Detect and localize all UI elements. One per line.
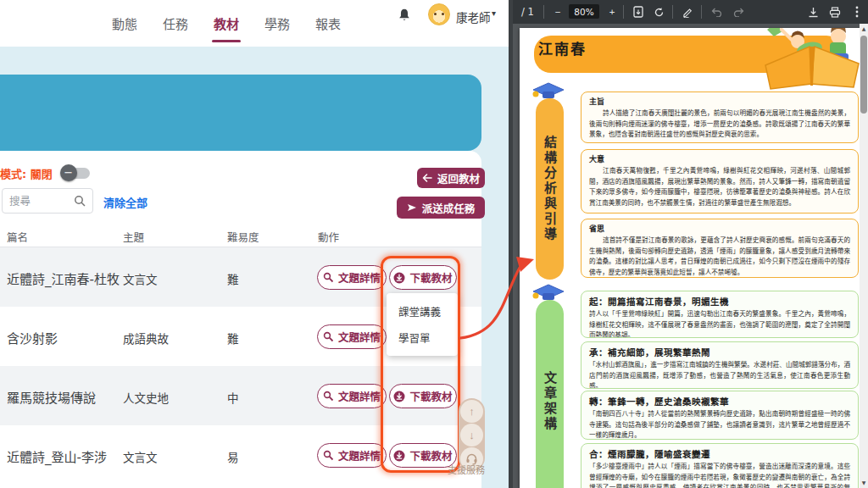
chevron-down-icon[interactable]: ▾ — [492, 8, 496, 18]
box-body: 江南春天萬物復甦，千里之內黃鶯啼鳴，綠樹與紅花交相輝映，河邊村落、山間城郭間，酒… — [589, 166, 850, 208]
download-icon — [393, 272, 405, 284]
sidebar-structure-analysis: 結構分析與引導 — [536, 98, 564, 280]
download-pdf-button[interactable] — [806, 0, 820, 24]
scroll-up-button[interactable]: ↑ — [460, 400, 483, 423]
box-body: 詩人以「千里鶯啼綠映紅」開篇，迅速勾勒出江南春天的繁盛景象。千里之內，黃鶯啼鳴，… — [589, 309, 850, 338]
scrollbar[interactable]: ▲ ▼ — [860, 24, 868, 488]
active-tab-underline — [212, 40, 241, 42]
avatar[interactable] — [428, 3, 450, 25]
row-title: 近體詩_登山-李涉 — [7, 447, 107, 465]
box-main-idea: 主旨 詩人描繪了江南春天廣闊壯麗的景色，前兩句以明媚的春光展現江南生機盎然的美景… — [581, 92, 859, 143]
box-body: 「南朝四百八十寺」詩人從當前的熱鬧繁景轉向歷史遺跡，點出南朝時期曾經盛極一時的佛… — [589, 409, 850, 440]
scroll-down-button[interactable]: ↓ — [460, 424, 483, 446]
tab-dynamics[interactable]: 動態 — [110, 11, 139, 36]
sidebar-article-structure: 文章架構 — [536, 300, 564, 488]
row-difficulty: 難 — [227, 330, 239, 347]
user-name[interactable]: 康老師 — [456, 8, 491, 25]
row-topic: 人文史地 — [123, 389, 169, 406]
mode-toggle[interactable]: − — [63, 168, 90, 179]
pdf-toolbar: / 1 − 80% + — [513, 0, 868, 24]
row-topic: 文言文 — [123, 448, 158, 465]
menu-item-lecture-notes[interactable]: 課堂講義 — [387, 298, 458, 324]
clear-all-link[interactable]: 清除全部 — [103, 194, 147, 210]
row-topic: 文言文 — [123, 270, 158, 287]
support-label: 支援服務 — [448, 463, 485, 476]
scrollbar-thumb[interactable] — [860, 36, 867, 114]
table-row: 近體詩_登山-李涉 文言文 易 文題詳情 下載教材 — [0, 425, 481, 485]
download-icon — [393, 391, 405, 402]
row-difficulty: 難 — [227, 270, 239, 287]
toggle-knob-icon: − — [60, 164, 77, 181]
tab-reports[interactable]: 報表 — [314, 11, 342, 36]
pdf-page: 江南春 結構分析與引導 — [520, 28, 864, 488]
menu-item-worksheet[interactable]: 學習單 — [387, 324, 458, 351]
screen: 動態 任務 教材 學務 報表 康老師 ▾ 模式: 關閉 − 清除全部 返回教材 — [0, 0, 868, 488]
box-body: 這首詩不僅是對江南春景的歌詠，更蘊含了詩人對歷史興衰的感慨。前兩句充滿春天的生機… — [589, 236, 850, 278]
box-zhuan-turn: 轉：筆鋒一轉，歷史滄桑映襯繁華 「南朝四百八十寺」詩人從當前的熱鬧繁景轉向歷史遺… — [581, 391, 859, 440]
dispatch-as-task-button[interactable]: 派送成任務 — [397, 197, 485, 219]
page-indicator: / 1 — [521, 0, 534, 24]
teal-banner — [0, 75, 481, 151]
rotate-button[interactable] — [652, 0, 665, 24]
download-material-button[interactable]: 下載教材 — [389, 443, 457, 468]
reading-kids-illustration — [759, 28, 864, 94]
download-material-button[interactable]: 下載教材 — [389, 265, 457, 290]
table-row: 羅馬競技場傳說 人文史地 中 文題詳情 下載教材 — [0, 366, 481, 425]
box-body: 「水村山郭酒旗風」，進一步描寫江南城鎮的生機與繁榮。水邊村莊、山間城郭錯落分布，… — [589, 360, 850, 389]
row-difficulty: 中 — [227, 389, 239, 406]
tab-student-affairs[interactable]: 學務 — [263, 11, 292, 36]
download-material-button[interactable]: 下載教材 — [389, 384, 457, 408]
col-title: 篇名 — [7, 229, 28, 245]
tab-tasks[interactable]: 任務 — [161, 11, 190, 36]
zoom-level[interactable]: 80% — [569, 4, 599, 19]
col-difficulty: 難易度 — [227, 229, 259, 245]
box-body: 「多少樓臺煙雨中」詩人以「煙雨」描寫當下的佛寺樓臺，營造出迷離而深遠的意境。這些… — [589, 462, 850, 488]
back-arrow-icon — [422, 174, 432, 182]
top-nav: 動態 任務 教材 學務 報表 康老師 ▾ — [0, 0, 509, 47]
row-difficulty: 易 — [227, 448, 239, 465]
search-input[interactable] — [9, 195, 77, 208]
fit-page-button[interactable] — [632, 0, 645, 24]
box-heading: 起：開篇描寫江南春景，明媚生機 — [589, 295, 850, 308]
magnifier-icon — [323, 272, 334, 283]
details-button[interactable]: 文題詳情 — [317, 384, 387, 408]
magnifier-icon — [323, 450, 334, 461]
send-icon — [407, 203, 417, 212]
row-title: 近體詩_江南春-杜牧 — [7, 269, 120, 287]
lms-panel: 動態 任務 教材 學務 報表 康老師 ▾ 模式: 關閉 − 清除全部 返回教材 — [0, 0, 509, 488]
document-title: 江南春 — [538, 37, 587, 58]
scrollbar-up-icon[interactable]: ▲ — [860, 24, 868, 34]
box-cheng-development: 承：補充細節，展現繁華熱鬧 「水村山郭酒旗風」，進一步描寫江南城鎮的生機與繁榮。… — [581, 341, 859, 389]
more-options-icon[interactable] — [852, 0, 862, 24]
print-button[interactable] — [828, 0, 842, 24]
search-box — [2, 188, 93, 214]
redo-button[interactable] — [732, 0, 745, 24]
selection-mode-label: 模式: 關閉 — [0, 165, 53, 181]
tab-materials[interactable]: 教材 — [212, 11, 241, 36]
box-heading: 合：煙雨朦朧，隱喻盛衰變遷 — [589, 447, 850, 460]
annotate-pen-button[interactable] — [681, 0, 694, 24]
magnifier-icon — [323, 391, 334, 402]
bell-icon[interactable] — [397, 8, 412, 23]
download-menu: 課堂講義 學習單 — [387, 293, 458, 356]
nav-tabs: 動態 任務 教材 學務 報表 — [110, 0, 342, 47]
box-summary: 大意 江南春天萬物復甦，千里之內黃鶯啼鳴，綠樹與紅花交相輝映，河邊村落、山間城郭… — [581, 149, 859, 214]
zoom-in-button[interactable]: + — [606, 0, 618, 24]
back-to-materials-button[interactable]: 返回教材 — [417, 168, 485, 188]
box-he-conclusion: 合：煙雨朦朧，隱喻盛衰變遷 「多少樓臺煙雨中」詩人以「煙雨」描寫當下的佛寺樓臺，… — [581, 443, 859, 488]
scrollbar-down-icon[interactable]: ▼ — [860, 478, 868, 488]
box-qi-opening: 起：開篇描寫江南春景，明媚生機 詩人以「千里鶯啼綠映紅」開篇，迅速勾勒出江南春天… — [581, 291, 859, 338]
col-action: 動作 — [318, 229, 339, 245]
undo-button[interactable] — [709, 0, 723, 24]
details-button[interactable]: 文題詳情 — [317, 443, 387, 468]
row-topic: 成語典故 — [123, 330, 169, 347]
details-button[interactable]: 文題詳情 — [317, 265, 387, 290]
search-icon — [74, 195, 86, 208]
box-heading: 轉：筆鋒一轉，歷史滄桑映襯繁華 — [589, 395, 850, 408]
zoom-out-button[interactable]: − — [552, 0, 564, 24]
magnifier-icon — [323, 331, 334, 342]
pdf-viewer: / 1 − 80% + — [509, 0, 868, 488]
row-title: 含沙射影 — [7, 329, 58, 347]
details-button[interactable]: 文題詳情 — [317, 324, 387, 349]
box-body: 詩人描繪了江南春天廣闊壯麗的景色，前兩句以明媚的春光展現江南生機盎然的美景，後兩… — [589, 108, 850, 141]
